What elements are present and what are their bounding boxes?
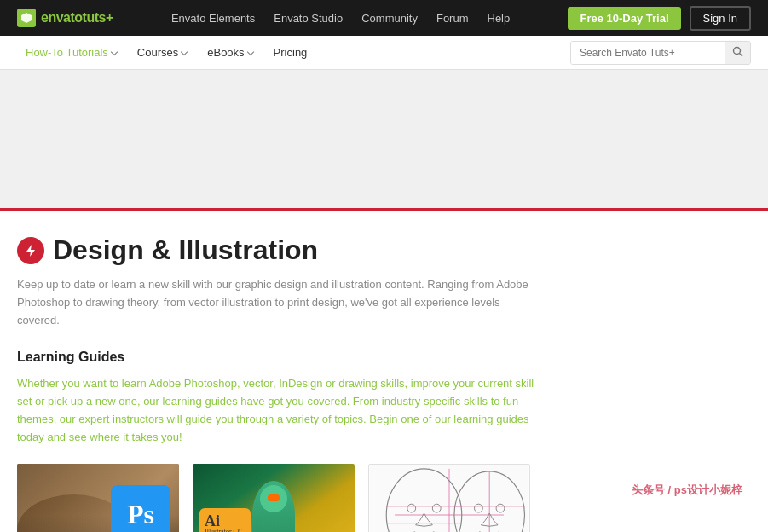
draw-sketch-icon (369, 465, 529, 532)
search-box (570, 41, 751, 65)
card-thumb-photoshop: Ps (17, 464, 179, 532)
hero-banner (0, 70, 768, 211)
card-thumb-illustrator: Ai Illustrator CC (193, 464, 355, 532)
card-grid: Ps Learn Adobe Photoshop Ai Illustrator … (17, 464, 750, 532)
svg-marker-2 (26, 245, 35, 257)
nav-community[interactable]: Community (361, 12, 418, 25)
svg-line-1 (740, 53, 743, 56)
search-button[interactable] (725, 42, 750, 64)
design-icon (23, 243, 38, 258)
nav-envato-studio[interactable]: Envato Studio (274, 12, 343, 25)
card-photoshop[interactable]: Ps Learn Adobe Photoshop (17, 464, 179, 532)
top-navigation: envatotuts+ Envato Elements Envato Studi… (0, 0, 768, 36)
top-nav-links: Envato Elements Envato Studio Community … (171, 12, 510, 25)
nav-how-to-tutorials[interactable]: How-To Tutorials (17, 39, 125, 66)
ai-badge: Ai Illustrator CC (199, 508, 251, 532)
secondary-navigation: How-To Tutorials Courses eBooks Pricing (0, 36, 768, 70)
nav-envato-elements[interactable]: Envato Elements (171, 12, 255, 25)
sign-in-button[interactable]: Sign In (690, 6, 751, 31)
chevron-down-icon (246, 48, 253, 55)
logo-text: envatotuts+ (41, 10, 113, 26)
section-header: Design & Illustration (17, 234, 750, 266)
chevron-down-icon (111, 48, 118, 55)
section-description: Keep up to date or learn a new skill wit… (17, 276, 546, 329)
card-draw[interactable]: Learn How to Draw (368, 464, 530, 532)
nav-pricing[interactable]: Pricing (265, 39, 316, 66)
learning-guides-description: Whether you want to learn Adobe Photosho… (17, 375, 546, 446)
nav-help[interactable]: Help (488, 12, 511, 25)
ps-badge: Ps (111, 485, 170, 532)
chevron-down-icon (181, 48, 188, 55)
logo[interactable]: envatotuts+ (17, 9, 113, 27)
section-title: Design & Illustration (53, 234, 318, 266)
section-icon (17, 237, 44, 264)
top-nav-right: Free 10-Day Trial Sign In (568, 6, 751, 31)
search-input[interactable] (571, 42, 725, 64)
nav-forum[interactable]: Forum (436, 12, 469, 25)
card-thumb-draw (368, 464, 530, 532)
card-illustrator[interactable]: Ai Illustrator CC Learn Adobe Illustrato… (193, 464, 355, 532)
nav-courses[interactable]: Courses (129, 39, 195, 66)
logo-icon (17, 9, 36, 27)
learning-guides-title: Learning Guides (17, 350, 750, 365)
second-nav-links: How-To Tutorials Courses eBooks Pricing (17, 39, 315, 66)
free-trial-button[interactable]: Free 10-Day Trial (568, 7, 680, 30)
nav-ebooks[interactable]: eBooks (199, 39, 261, 66)
main-content: Design & Illustration Keep up to date or… (0, 211, 767, 532)
svg-point-0 (734, 47, 741, 54)
search-icon (732, 46, 743, 57)
